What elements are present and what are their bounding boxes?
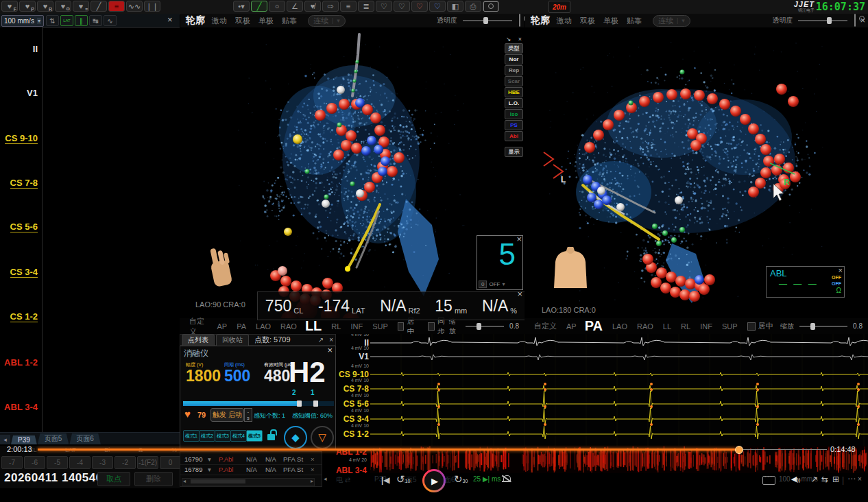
- page-tab-页面5[interactable]: 页面5: [38, 433, 69, 444]
- sweep-speed-select[interactable]: 100 mm/s▾: [1, 15, 44, 27]
- clipboard-icon[interactable]: ⎙: [465, 1, 481, 12]
- cell-x[interactable]: ×: [311, 466, 315, 473]
- counter-state[interactable]: OFF: [489, 281, 500, 287]
- view-button-LL[interactable]: LL: [663, 322, 671, 331]
- heart-outline2-icon[interactable]: ♡: [394, 1, 410, 12]
- heart-r-icon[interactable]: ♥R: [37, 1, 53, 12]
- forward-icon[interactable]: ↻30: [454, 473, 468, 486]
- map-mode-0[interactable]: 激动: [557, 16, 572, 26]
- points-table[interactable]: ◂ ▸ 16790▾P.AblN/AN/APFA St×16789▾P.AblN…: [180, 451, 322, 487]
- cell-dd[interactable]: ▾: [208, 455, 211, 463]
- view-button-自定义[interactable]: 自定义: [189, 316, 208, 335]
- view-button-LL[interactable]: LL: [305, 318, 322, 334]
- tag-panel-expand-icon[interactable]: ↘: [506, 36, 511, 43]
- zoom-slider[interactable]: [466, 326, 504, 327]
- parallel-lines-icon[interactable]: ≡: [340, 1, 357, 12]
- protractor-icon[interactable]: ∠: [287, 1, 303, 12]
- preset-button-2[interactable]: 模式2: [199, 430, 215, 442]
- view-button-自定义[interactable]: 自定义: [534, 321, 557, 331]
- points-tab-1[interactable]: 回收站: [216, 334, 249, 346]
- zoom-handle[interactable]: [477, 323, 481, 330]
- ref-button--5[interactable]: -5: [47, 456, 68, 469]
- transparency-handle[interactable]: [483, 17, 488, 24]
- sidebar-channel-cs-9-10[interactable]: CS 9-10: [5, 133, 38, 144]
- tag-hbe[interactable]: HBE: [505, 87, 523, 97]
- scroll-left-icon[interactable]: ◂: [183, 478, 186, 484]
- multi-wave-icon[interactable]: ∿: [104, 15, 117, 26]
- dual-page-icon[interactable]: ❘❘: [144, 1, 160, 12]
- ecg-channel-v1[interactable]: V1: [359, 352, 369, 361]
- trigger-stepper[interactable]: -s: [244, 408, 252, 422]
- tag-rep[interactable]: Rep: [505, 65, 523, 75]
- lat-map-icon[interactable]: LAT: [60, 15, 73, 26]
- view-button-RAO[interactable]: RAO: [637, 322, 653, 331]
- contrast-toggle-icon[interactable]: ◧: [447, 1, 463, 12]
- tag-scar[interactable]: Scar: [505, 76, 523, 86]
- points-close-icon[interactable]: ×: [327, 337, 335, 344]
- play-button[interactable]: ▶: [422, 469, 446, 492]
- ablation-stop-button[interactable]: ▽: [311, 426, 334, 449]
- alarm-off-icon[interactable]: [502, 475, 511, 483]
- caliper-pause-icon[interactable]: ∥: [75, 15, 88, 26]
- view-button-RL[interactable]: RL: [331, 322, 341, 331]
- ecg-channel-cs-3-4[interactable]: CS 3-4: [343, 414, 369, 424]
- signal-tab[interactable]: 电 ⇄: [336, 475, 350, 485]
- view-button-RAO[interactable]: RAO: [280, 322, 297, 331]
- tag-type-button[interactable]: 类型: [505, 43, 523, 53]
- preset-button-4[interactable]: 模式4: [230, 430, 247, 442]
- export-arrow-icon[interactable]: ⇨: [322, 1, 339, 12]
- view-button-LAO[interactable]: LAO: [256, 322, 271, 331]
- sidebar-channel-cs-3-4[interactable]: CS 3-4: [10, 267, 38, 278]
- step-control[interactable]: 25 ▶| ms: [473, 475, 501, 483]
- sidebar-channel-cs-5-6[interactable]: CS 5-6: [10, 222, 38, 232]
- transparency-slider[interactable]: [798, 20, 847, 21]
- view-button-INF[interactable]: INF: [700, 322, 712, 331]
- zoom-slider[interactable]: [799, 326, 847, 327]
- map-mode-0[interactable]: 激动: [212, 16, 227, 26]
- sidebar-channel-v1[interactable]: V1: [27, 88, 38, 98]
- ref-button--6[interactable]: -6: [24, 456, 45, 469]
- ecg-panel[interactable]: 4 mV 10II4 mV 10V14 mV 10CS 9-104 mV 10C…: [336, 334, 868, 446]
- view-button-SUP[interactable]: SUP: [372, 322, 388, 331]
- tag-lo[interactable]: L.O.: [505, 98, 523, 108]
- ablation-sync-button[interactable]: ◆: [284, 426, 307, 449]
- view-button-LAO[interactable]: LAO: [612, 322, 627, 331]
- map-mode-1[interactable]: 双极: [580, 16, 595, 26]
- tag-display-button[interactable]: 显示: [505, 147, 523, 157]
- ref-button--1(F2)[interactable]: -1(F2): [137, 456, 158, 469]
- tag-abl[interactable]: Abl: [505, 131, 523, 141]
- view-button-AP[interactable]: AP: [566, 322, 577, 331]
- transparency-handle[interactable]: [827, 17, 832, 24]
- continuous-button[interactable]: 连续|▾: [308, 15, 346, 27]
- tab-scroll-left-icon[interactable]: ◂: [324, 475, 327, 482]
- counter-close-icon[interactable]: ×: [516, 236, 522, 243]
- previous-icon[interactable]: |◀: [381, 475, 390, 485]
- camera-icon[interactable]: [483, 1, 499, 12]
- view-button-RL[interactable]: RL: [681, 322, 690, 331]
- ref-button--7[interactable]: -7: [1, 456, 23, 469]
- preset-button-5[interactable]: 模式5: [246, 430, 263, 442]
- page-tab-P39[interactable]: P39: [11, 435, 37, 444]
- sidebar-channel-abl-3-4[interactable]: ABL 3-4: [4, 402, 38, 412]
- tag-ps[interactable]: PS: [505, 120, 523, 130]
- rewind-icon[interactable]: ↺10: [396, 473, 410, 486]
- ref-button--4[interactable]: -4: [69, 456, 91, 469]
- map-mode-1[interactable]: 双极: [235, 16, 250, 26]
- counter-dropdown-icon[interactable]: ▾: [502, 281, 505, 287]
- ablation-panel-close-icon[interactable]: ×: [327, 347, 333, 354]
- wave-toolbar-close-icon[interactable]: ×: [167, 16, 173, 23]
- map-view-right[interactable]: LAO:180 CRA:0 L R ABL × — — — OFF OFF Ω …: [525, 27, 868, 334]
- ecg-channel-cs-1-2[interactable]: CS 1-2: [343, 429, 369, 439]
- table-row[interactable]: 16790▾P.AblN/AN/APFA St×: [180, 455, 322, 465]
- ruler-icon[interactable]: ╱: [91, 1, 107, 12]
- heart-outline-icon[interactable]: ♡: [376, 1, 392, 12]
- abl-monitor-close-icon[interactable]: ×: [839, 267, 843, 274]
- view-button-PA[interactable]: PA: [237, 322, 246, 331]
- continuous-button[interactable]: 连续|▾: [653, 15, 690, 27]
- view-button-INF[interactable]: INF: [350, 322, 363, 331]
- point-arrow-icon[interactable]: •▾: [233, 1, 250, 12]
- heart-grid-icon[interactable]: ♥≡: [73, 1, 89, 12]
- map-mode-3[interactable]: 贴靠: [282, 16, 297, 26]
- timeline-handle[interactable]: [735, 446, 743, 454]
- map-view-left[interactable]: LAO:90 CRA:0 ↘ × 类型 NorRepScarHBEL.O.Iso…: [180, 27, 525, 334]
